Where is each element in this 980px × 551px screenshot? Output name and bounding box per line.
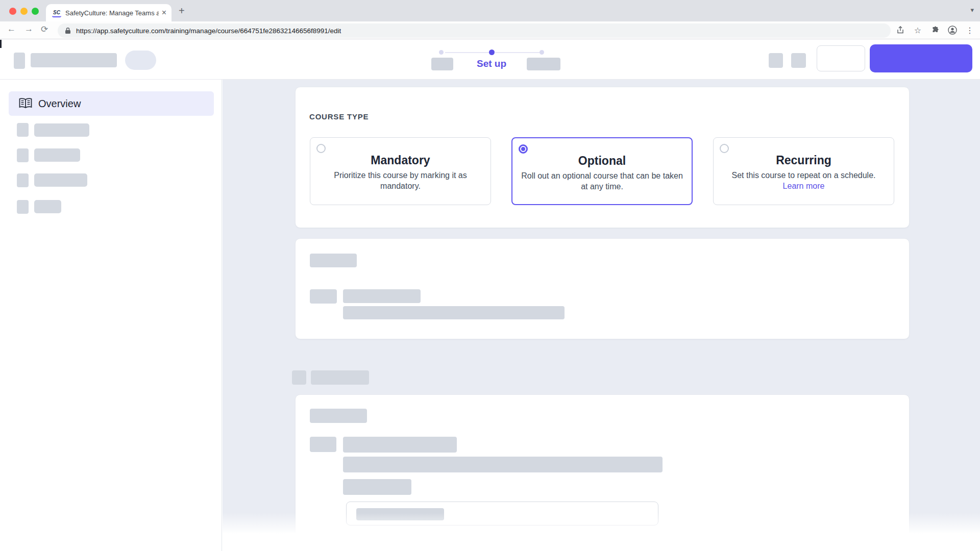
section-icon-skeleton	[292, 370, 306, 385]
stepper-line	[445, 52, 490, 53]
lock-icon	[65, 27, 71, 34]
card-title-skeleton	[310, 409, 367, 423]
option-description: Prioritize this course by marking it as …	[310, 170, 491, 191]
setup-stepper: Set up	[424, 39, 567, 80]
forward-icon[interactable]: →	[24, 24, 33, 34]
tabstrip-chevron-icon[interactable]: ▾	[970, 6, 974, 14]
bookmark-star-icon[interactable]: ☆	[913, 25, 923, 35]
menu-kebab-icon[interactable]: ⋮	[965, 25, 975, 35]
course-type-label: COURSE TYPE	[309, 112, 369, 121]
sidebar-skeleton-label	[34, 173, 87, 187]
footer-fade-overlay	[223, 513, 980, 551]
tab-close-icon[interactable]: ×	[162, 9, 166, 17]
safetyculture-favicon: SC	[52, 8, 61, 17]
field-label-skeleton	[343, 479, 411, 495]
course-type-card: COURSE TYPE Mandatory Prioritize this co…	[295, 87, 910, 228]
main-content: COURSE TYPE Mandatory Prioritize this co…	[223, 80, 980, 551]
option-description: Set this course to repeat on a schedule.…	[714, 170, 894, 191]
tab-title: SafetyCulture: Manage Teams and ...	[65, 9, 159, 17]
browser-window: SC SafetyCulture: Manage Teams and ... ×…	[0, 0, 980, 551]
option-title: Optional	[512, 154, 692, 168]
toggle-skeleton	[310, 437, 336, 452]
extensions-icon[interactable]	[930, 25, 940, 35]
sidebar-skeleton-icon	[17, 123, 29, 137]
label-skeleton	[343, 437, 457, 453]
header-badge-skeleton	[125, 51, 156, 70]
stepper-step3-label-skeleton	[527, 58, 560, 70]
secondary-button[interactable]	[817, 45, 865, 71]
header-title-skeleton	[31, 53, 117, 67]
course-type-option-optional[interactable]: Optional Roll out an optional course tha…	[511, 137, 693, 205]
option-title: Mandatory	[310, 154, 491, 167]
sidebar-skeleton-label	[34, 123, 89, 137]
stepper-step1-label-skeleton	[431, 58, 453, 70]
header-action-skeleton	[769, 53, 783, 68]
course-type-option-mandatory[interactable]: Mandatory Prioritize this course by mark…	[310, 137, 491, 205]
back-icon[interactable]: ←	[7, 24, 16, 34]
stepper-active-label: Set up	[461, 58, 522, 69]
radio-unselected-icon[interactable]	[316, 144, 326, 153]
stepper-step2-dot-active[interactable]	[489, 49, 495, 55]
header-logo-skeleton	[14, 53, 25, 69]
stepper-step3-dot[interactable]	[540, 50, 544, 55]
sidebar-item-overview[interactable]: Overview	[9, 91, 214, 116]
stepper-step1-dot[interactable]	[439, 50, 444, 55]
stepper-line	[495, 52, 540, 53]
share-icon[interactable]	[895, 25, 905, 35]
sidebar: Overview	[0, 80, 222, 551]
new-tab-button[interactable]: +	[179, 4, 185, 17]
skeleton-card-schedule	[295, 238, 910, 339]
option-description-text: Set this course to repeat on a schedule.	[732, 171, 876, 180]
option-description: Roll out an optional course that can be …	[512, 170, 692, 192]
label-skeleton	[343, 289, 421, 303]
address-bar[interactable]: https://app.safetyculture.com/training/m…	[58, 23, 891, 38]
toggle-skeleton	[310, 289, 337, 304]
browser-tabstrip: SC SafetyCulture: Manage Teams and ... ×…	[0, 0, 980, 21]
reload-icon[interactable]: ⟳	[41, 24, 48, 35]
sidebar-skeleton-icon	[17, 148, 29, 162]
header-action-skeleton	[791, 53, 806, 68]
radio-selected-icon[interactable]	[519, 144, 528, 154]
open-book-icon	[19, 98, 32, 109]
radio-unselected-icon[interactable]	[720, 144, 729, 153]
sidebar-skeleton-icon	[17, 200, 29, 214]
sidebar-skeleton-label	[34, 200, 61, 213]
primary-button[interactable]	[870, 44, 972, 72]
url-text: https://app.safetyculture.com/training/m…	[76, 27, 341, 35]
browser-toolbar: ← → ⟳ https://app.safetyculture.com/trai…	[0, 21, 980, 39]
text-skeleton	[343, 306, 565, 319]
browser-tab[interactable]: SC SafetyCulture: Manage Teams and ... ×	[46, 4, 172, 21]
option-title: Recurring	[714, 154, 894, 167]
sidebar-item-label: Overview	[38, 98, 81, 110]
course-type-option-recurring[interactable]: Recurring Set this course to repeat on a…	[713, 137, 894, 205]
minimize-window-button[interactable]	[20, 8, 28, 15]
close-window-button[interactable]	[9, 8, 16, 15]
sidebar-skeleton-icon	[17, 173, 29, 187]
edge-sliver	[0, 40, 2, 48]
fullscreen-window-button[interactable]	[32, 8, 39, 15]
app-header: Set up	[0, 39, 980, 80]
card-title-skeleton	[310, 254, 357, 267]
learn-more-link[interactable]: Learn more	[783, 182, 825, 190]
profile-avatar-icon[interactable]	[947, 25, 958, 35]
text-skeleton	[343, 457, 663, 472]
section-title-skeleton	[311, 370, 369, 385]
sidebar-skeleton-label	[34, 148, 80, 162]
